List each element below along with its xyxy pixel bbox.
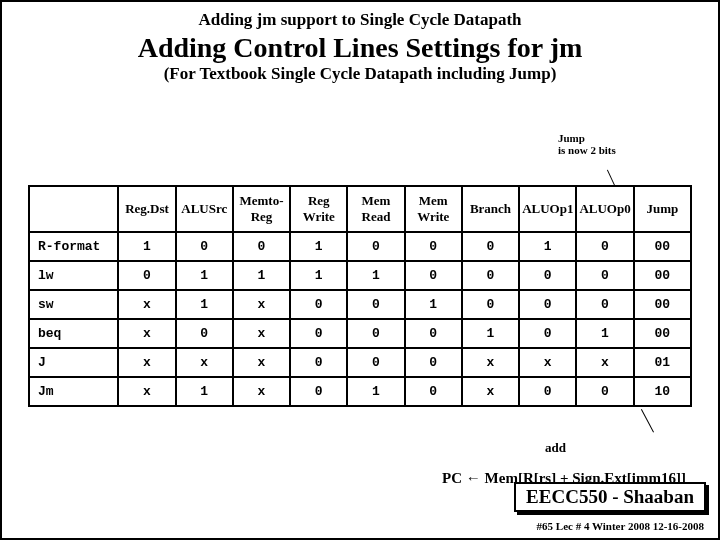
row-label: beq — [29, 319, 118, 348]
cell: 00 — [634, 232, 691, 261]
cell: x — [118, 319, 175, 348]
cell: 10 — [634, 377, 691, 406]
jump-note-line2: is now 2 bits — [558, 144, 616, 156]
table-body: R-format 1 0 0 1 0 0 0 1 0 00 lw 0 1 1 — [29, 232, 691, 406]
control-table-wrap: Reg.Dst ALUSrc Memto-Reg Reg Write Mem R… — [28, 185, 692, 407]
th-alusrc: ALUSrc — [176, 186, 233, 232]
table-row: Jm x 1 x 0 1 0 x 0 0 10 — [29, 377, 691, 406]
cell: 0 — [405, 261, 462, 290]
cell: 0 — [290, 377, 347, 406]
cell: 0 — [405, 348, 462, 377]
header: Adding jm support to Single Cycle Datapa… — [2, 2, 718, 84]
cell: 0 — [347, 290, 404, 319]
cell: 0 — [576, 290, 633, 319]
cell: 0 — [519, 377, 576, 406]
cell: x — [233, 290, 290, 319]
table-row: sw x 1 x 0 0 1 0 0 0 00 — [29, 290, 691, 319]
row-label: R-format — [29, 232, 118, 261]
th-aluop0: ALUOp0 — [576, 186, 633, 232]
sup-title: Adding jm support to Single Cycle Datapa… — [2, 10, 718, 32]
th-branch: Branch — [462, 186, 519, 232]
cell: 0 — [576, 232, 633, 261]
cell: 0 — [118, 261, 175, 290]
cell: x — [118, 290, 175, 319]
cell: 0 — [462, 232, 519, 261]
cell: 0 — [405, 377, 462, 406]
th-memwrite: Mem Write — [405, 186, 462, 232]
cell: 1 — [347, 261, 404, 290]
cell: 01 — [634, 348, 691, 377]
cell: x — [118, 377, 175, 406]
cell: 0 — [233, 232, 290, 261]
th-memtoreg: Memto-Reg — [233, 186, 290, 232]
cell: 0 — [576, 261, 633, 290]
cell: 1 — [405, 290, 462, 319]
cell: x — [462, 348, 519, 377]
footer-box: EECC550 - Shaaban — [514, 482, 706, 512]
sub-title: (For Textbook Single Cycle Datapath incl… — [2, 64, 718, 84]
cell: 00 — [634, 319, 691, 348]
th-empty — [29, 186, 118, 232]
slide: Adding jm support to Single Cycle Datapa… — [0, 0, 720, 540]
add-pointer — [641, 409, 654, 432]
cell: x — [118, 348, 175, 377]
table-header-row: Reg.Dst ALUSrc Memto-Reg Reg Write Mem R… — [29, 186, 691, 232]
cell: x — [576, 348, 633, 377]
cell: 1 — [519, 232, 576, 261]
th-aluop1: ALUOp1 — [519, 186, 576, 232]
add-annotation: add — [545, 440, 566, 456]
cell: 1 — [576, 319, 633, 348]
cell: 0 — [462, 290, 519, 319]
cell: 0 — [519, 290, 576, 319]
cell: 0 — [462, 261, 519, 290]
control-table: Reg.Dst ALUSrc Memto-Reg Reg Write Mem R… — [28, 185, 692, 407]
jump-note: Jump is now 2 bits — [558, 132, 648, 156]
cell: 1 — [462, 319, 519, 348]
cell: 1 — [176, 290, 233, 319]
cell: 0 — [519, 319, 576, 348]
cell: 1 — [118, 232, 175, 261]
row-label: sw — [29, 290, 118, 319]
cell: 0 — [405, 319, 462, 348]
main-title: Adding Control Lines Settings for jm — [2, 32, 718, 64]
cell: 0 — [176, 319, 233, 348]
cell: 0 — [347, 319, 404, 348]
cell: 0 — [290, 290, 347, 319]
th-memread: Mem Read — [347, 186, 404, 232]
cell: 1 — [176, 377, 233, 406]
cell: 0 — [576, 377, 633, 406]
cell: 00 — [634, 290, 691, 319]
table-row: lw 0 1 1 1 1 0 0 0 0 00 — [29, 261, 691, 290]
cell: x — [233, 348, 290, 377]
cell: 0 — [347, 232, 404, 261]
cell: 0 — [347, 348, 404, 377]
cell: 1 — [347, 377, 404, 406]
table-row: R-format 1 0 0 1 0 0 0 1 0 00 — [29, 232, 691, 261]
cell: 1 — [176, 261, 233, 290]
cell: x — [176, 348, 233, 377]
row-label: lw — [29, 261, 118, 290]
cell: 1 — [290, 232, 347, 261]
table-row: J x x x 0 0 0 x x x 01 — [29, 348, 691, 377]
cell: 00 — [634, 261, 691, 290]
cell: 0 — [519, 261, 576, 290]
jump-note-line1: Jump — [558, 132, 585, 144]
footer-meta: #65 Lec # 4 Winter 2008 12-16-2008 — [537, 520, 704, 532]
table-row: beq x 0 x 0 0 0 1 0 1 00 — [29, 319, 691, 348]
cell: 1 — [290, 261, 347, 290]
cell: 1 — [233, 261, 290, 290]
row-label: Jm — [29, 377, 118, 406]
cell: x — [462, 377, 519, 406]
th-regdst: Reg.Dst — [118, 186, 175, 232]
cell: 0 — [176, 232, 233, 261]
th-jump: Jump — [634, 186, 691, 232]
row-label: J — [29, 348, 118, 377]
cell: 0 — [405, 232, 462, 261]
cell: x — [233, 377, 290, 406]
cell: 0 — [290, 348, 347, 377]
cell: x — [233, 319, 290, 348]
th-regwrite: Reg Write — [290, 186, 347, 232]
cell: 0 — [290, 319, 347, 348]
cell: x — [519, 348, 576, 377]
